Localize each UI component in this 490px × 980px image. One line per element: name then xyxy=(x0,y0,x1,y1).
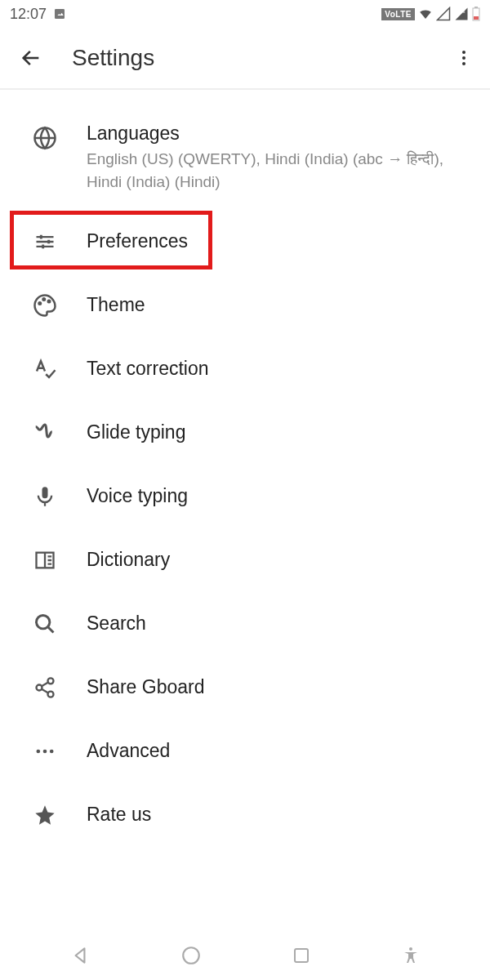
svg-point-9 xyxy=(39,302,42,305)
row-voice-typing[interactable]: Voice typing xyxy=(0,464,490,528)
svg-rect-3 xyxy=(474,7,478,8)
row-label: Glide typing xyxy=(87,421,185,443)
row-glide-typing[interactable]: Glide typing xyxy=(0,400,490,464)
row-label: Share Gboard xyxy=(87,676,204,698)
row-advanced[interactable]: Advanced xyxy=(0,719,490,782)
mic-icon xyxy=(31,483,59,510)
row-languages[interactable]: Languages English (US) (QWERTY), Hindi (… xyxy=(0,106,490,209)
row-label: Dictionary xyxy=(87,549,170,571)
gesture-icon xyxy=(31,419,59,447)
gallery-icon xyxy=(53,7,66,20)
svg-point-19 xyxy=(50,750,54,754)
signal-2-icon: x xyxy=(454,7,469,21)
svg-point-17 xyxy=(37,750,41,754)
row-label: Preferences xyxy=(87,230,188,252)
row-label: Search xyxy=(87,612,146,635)
nav-back-icon[interactable] xyxy=(69,945,91,966)
row-label: Rate us xyxy=(87,804,151,826)
nav-home-icon[interactable] xyxy=(180,945,202,966)
row-search[interactable]: Search xyxy=(0,591,490,655)
svg-point-13 xyxy=(37,616,50,629)
row-preferences[interactable]: Preferences xyxy=(0,209,490,273)
more-icon[interactable] xyxy=(454,48,474,68)
wifi-icon xyxy=(418,7,433,21)
row-label: Text correction xyxy=(87,358,209,380)
row-theme[interactable]: Theme xyxy=(0,273,490,336)
svg-point-10 xyxy=(43,298,46,301)
sliders-icon xyxy=(31,228,59,256)
row-label: Advanced xyxy=(87,740,170,762)
app-bar: Settings xyxy=(0,28,490,90)
row-label: Voice typing xyxy=(87,485,188,507)
svg-point-16 xyxy=(48,692,54,697)
nav-recents-icon[interactable] xyxy=(292,946,311,965)
volte-badge: VoLTE xyxy=(381,8,415,20)
settings-list: Languages English (US) (QWERTY), Hindi (… xyxy=(0,90,490,846)
status-bar: 12:07 VoLTE x xyxy=(0,0,490,28)
row-text-correction[interactable]: Text correction xyxy=(0,336,490,400)
row-label: Theme xyxy=(87,294,145,316)
palette-icon xyxy=(31,292,59,319)
battery-icon xyxy=(472,7,480,21)
search-icon xyxy=(31,610,59,638)
svg-rect-21 xyxy=(295,949,308,962)
row-sub: English (US) (QWERTY), Hindi (India) (ab… xyxy=(87,148,446,193)
svg-point-15 xyxy=(37,685,42,691)
back-icon[interactable] xyxy=(20,47,42,69)
signal-icon xyxy=(436,7,451,21)
svg-point-7 xyxy=(462,62,466,65)
page-title: Settings xyxy=(72,45,154,71)
star-icon xyxy=(31,801,59,829)
svg-rect-0 xyxy=(55,9,65,19)
share-icon xyxy=(31,674,59,702)
svg-point-14 xyxy=(48,678,54,684)
svg-point-20 xyxy=(183,947,199,964)
svg-point-11 xyxy=(48,301,51,303)
nav-accessibility-icon[interactable] xyxy=(401,946,421,965)
row-rate-us[interactable]: Rate us xyxy=(0,782,490,846)
svg-point-5 xyxy=(462,51,466,54)
row-label: Languages xyxy=(87,122,446,145)
row-dictionary[interactable]: Dictionary xyxy=(0,528,490,591)
svg-text:x: x xyxy=(463,9,466,14)
row-share-gboard[interactable]: Share Gboard xyxy=(0,655,490,719)
book-icon xyxy=(31,546,59,574)
dots-icon xyxy=(31,737,59,765)
navigation-bar xyxy=(0,931,490,980)
svg-point-6 xyxy=(462,56,466,60)
spellcheck-icon xyxy=(31,355,59,383)
globe-icon xyxy=(31,124,59,152)
svg-rect-4 xyxy=(474,16,479,20)
svg-point-18 xyxy=(43,750,47,754)
svg-point-22 xyxy=(409,947,412,951)
status-time: 12:07 xyxy=(10,6,47,23)
